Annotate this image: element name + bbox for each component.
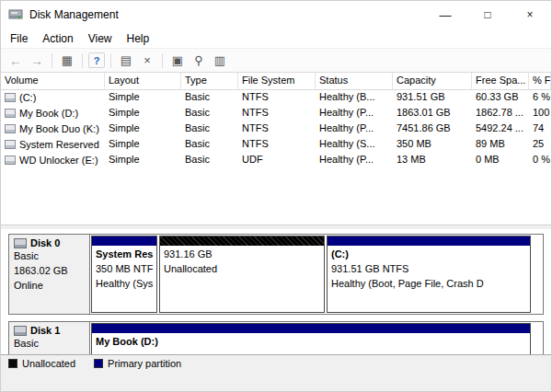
unallocated-strip	[160, 236, 324, 246]
primary-partition-strip	[328, 236, 530, 246]
legend-label-primary: Primary partition	[108, 358, 181, 369]
partition-size: 931.51 GB NTFS	[331, 262, 526, 277]
delete-icon[interactable]: ×	[138, 52, 156, 70]
disk-graph-pane: Disk 0 Basic 1863.02 GB Online System Re…	[1, 229, 551, 354]
partition-label: System Res	[96, 248, 153, 262]
help-icon[interactable]: ?	[88, 52, 105, 68]
col-file-system[interactable]: File System	[238, 73, 316, 90]
partition-system-reserved[interactable]: System Res 350 MB NTF Healthy (Sys	[91, 236, 157, 313]
cell-status: Healthy (B...	[316, 90, 393, 106]
col-capacity[interactable]: Capacity	[393, 73, 472, 90]
minimize-button[interactable]: —	[424, 1, 466, 29]
col-layout[interactable]: Layout	[105, 73, 181, 90]
menu-action[interactable]: Action	[35, 30, 80, 47]
cell-percent-free: 0 %	[529, 153, 551, 168]
partition-label: My Book (D:)	[96, 335, 526, 350]
cell-capacity: 1863.01 GB	[393, 106, 472, 121]
table-row[interactable]: My Book (D:) Simple Basic NTFS Healthy (…	[1, 106, 551, 121]
table-row[interactable]: My Book Duo (K:) Simple Basic NTFS Healt…	[1, 121, 551, 137]
cell-file-system: NTFS	[238, 106, 316, 121]
back-icon[interactable]: ←	[6, 52, 25, 70]
volume-table-header: Volume Layout Type File System Status Ca…	[1, 73, 551, 90]
cell-percent-free: 74	[529, 121, 551, 137]
disk-name: Disk 0	[30, 237, 60, 248]
cell-status: Healthy (P...	[316, 121, 393, 137]
disk-status: Online	[14, 279, 85, 294]
partition-label: (C:)	[331, 248, 526, 262]
drive-icon	[5, 156, 16, 165]
toolbar-separator	[52, 53, 52, 68]
title-bar: Disk Management — □ ×	[1, 1, 551, 29]
cell-type: Basic	[181, 106, 238, 121]
cell-percent-free: 6 %	[529, 90, 551, 106]
primary-partition-swatch	[94, 359, 103, 368]
cell-free-space: 89 MB	[472, 137, 529, 153]
partition-my-book[interactable]: My Book (D:)	[91, 323, 531, 354]
cell-layout: Simple	[105, 90, 181, 106]
cell-file-system: NTFS	[238, 90, 316, 106]
disk0-info-panel[interactable]: Disk 0 Basic 1863.02 GB Online	[9, 235, 90, 314]
disk-row-0: Disk 0 Basic 1863.02 GB Online System Re…	[8, 234, 544, 315]
cell-file-system: NTFS	[238, 137, 316, 153]
col-free-space[interactable]: Free Spa...	[472, 73, 529, 90]
cell-capacity: 13 MB	[393, 153, 472, 168]
cell-layout: Simple	[105, 137, 181, 153]
volume-name: My Book (D:)	[19, 108, 78, 119]
console-tree-icon[interactable]: ▦	[58, 52, 76, 70]
cell-status: Healthy (P...	[316, 106, 393, 121]
partition-c-drive[interactable]: (C:) 931.51 GB NTFS Healthy (Boot, Page …	[327, 236, 531, 313]
partition-status: Healthy (Sys	[96, 277, 153, 292]
toolbar-separator	[82, 53, 83, 68]
disk-type: Basic	[14, 337, 85, 352]
close-button[interactable]: ×	[509, 1, 551, 29]
cell-type: Basic	[181, 137, 238, 153]
unallocated-swatch	[8, 359, 17, 368]
drive-icon	[5, 93, 16, 102]
menu-file[interactable]: File	[3, 30, 35, 47]
table-row[interactable]: WD Unlocker (E:) Simple Basic UDF Health…	[1, 153, 551, 168]
primary-partition-strip	[92, 236, 156, 246]
window-title: Disk Management	[29, 8, 119, 21]
cell-free-space: 0 MB	[472, 153, 529, 168]
properties-icon[interactable]: ▤	[117, 52, 135, 70]
forward-icon[interactable]: →	[28, 52, 46, 70]
cell-free-space: 60.33 GB	[472, 90, 529, 106]
legend-bar: Unallocated Primary partition	[1, 354, 551, 371]
bottom-filler	[1, 371, 551, 391]
disk-icon	[14, 238, 27, 248]
cell-status: Healthy (P...	[316, 153, 393, 168]
toolbar-separator	[162, 53, 163, 68]
disk-view-icon[interactable]: ▥	[211, 52, 229, 70]
maximize-button[interactable]: □	[466, 1, 509, 29]
col-percent-free[interactable]: % F	[529, 73, 551, 90]
cell-capacity: 931.51 GB	[393, 90, 472, 106]
menu-bar: File Action View Help	[1, 29, 551, 48]
drive-icon	[5, 124, 16, 133]
partition-label: Unallocated	[164, 262, 320, 277]
col-type[interactable]: Type	[181, 73, 238, 90]
volume-name: (C:)	[19, 92, 36, 103]
cell-free-space: 1862.78 ...	[472, 106, 529, 121]
cell-file-system: NTFS	[238, 121, 316, 137]
partition-unallocated[interactable]: 931.16 GB Unallocated	[159, 236, 325, 313]
cell-status: Healthy (S...	[316, 137, 393, 153]
cell-type: Basic	[181, 153, 238, 168]
volume-name: System Reserved	[19, 139, 99, 150]
menu-view[interactable]: View	[81, 30, 120, 47]
partition-status: Healthy (Boot, Page File, Crash D	[331, 277, 526, 292]
volume-name: WD Unlocker (E:)	[19, 155, 98, 166]
disk1-info-panel[interactable]: Disk 1 Basic	[9, 322, 90, 354]
legend-label-unallocated: Unallocated	[22, 358, 75, 369]
toolbar: ← → ▦ ? ▤ × ▣ ⚲ ▥	[1, 48, 551, 73]
menu-help[interactable]: Help	[120, 30, 157, 47]
col-status[interactable]: Status	[316, 73, 393, 90]
cell-free-space: 5492.24 ...	[472, 121, 529, 137]
cell-type: Basic	[181, 121, 238, 137]
col-volume[interactable]: Volume	[1, 73, 105, 90]
disk-name: Disk 1	[30, 325, 60, 336]
table-row[interactable]: System Reserved Simple Basic NTFS Health…	[1, 137, 551, 153]
open-icon[interactable]: ▣	[168, 52, 187, 70]
table-row[interactable]: (C:) Simple Basic NTFS Healthy (B... 931…	[1, 90, 551, 106]
search-icon[interactable]: ⚲	[190, 52, 208, 70]
partition-size: 931.16 GB	[164, 248, 320, 262]
